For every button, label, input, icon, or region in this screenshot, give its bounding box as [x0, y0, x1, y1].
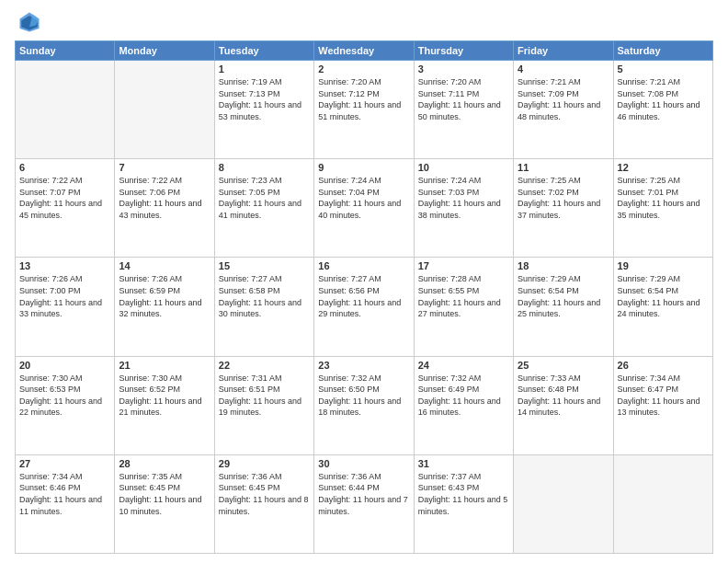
calendar-cell: 2Sunrise: 7:20 AMSunset: 7:12 PMDaylight…: [314, 61, 414, 159]
calendar-cell: 29Sunrise: 7:36 AMSunset: 6:45 PMDayligh…: [214, 454, 313, 553]
day-number: 1: [219, 63, 310, 75]
day-number: 7: [119, 162, 210, 173]
logo: [15, 9, 44, 35]
day-number: 28: [119, 458, 210, 469]
calendar-cell: 24Sunrise: 7:32 AMSunset: 6:49 PMDayligh…: [414, 356, 513, 454]
cell-info: Sunrise: 7:30 AMSunset: 6:52 PMDaylight:…: [119, 373, 210, 419]
calendar-cell: 8Sunrise: 7:23 AMSunset: 7:05 PMDaylight…: [214, 159, 313, 258]
calendar-cell: 4Sunrise: 7:21 AMSunset: 7:09 PMDaylight…: [514, 61, 613, 159]
cell-info: Sunrise: 7:33 AMSunset: 6:48 PMDaylight:…: [518, 373, 609, 419]
cell-info: Sunrise: 7:20 AMSunset: 7:11 PMDaylight:…: [418, 76, 509, 122]
calendar-cell: [613, 454, 712, 553]
calendar-cell: 15Sunrise: 7:27 AMSunset: 6:58 PMDayligh…: [214, 258, 313, 356]
day-number: 25: [518, 360, 609, 371]
day-number: 31: [418, 458, 509, 469]
calendar-cell: 11Sunrise: 7:25 AMSunset: 7:02 PMDayligh…: [514, 159, 613, 258]
cell-info: Sunrise: 7:22 AMSunset: 7:06 PMDaylight:…: [119, 175, 210, 221]
calendar-weekday-monday: Monday: [115, 41, 214, 61]
cell-info: Sunrise: 7:30 AMSunset: 6:53 PMDaylight:…: [19, 373, 110, 419]
cell-info: Sunrise: 7:28 AMSunset: 6:55 PMDaylight:…: [418, 273, 509, 319]
cell-info: Sunrise: 7:20 AMSunset: 7:12 PMDaylight:…: [318, 76, 409, 122]
calendar-cell: 20Sunrise: 7:30 AMSunset: 6:53 PMDayligh…: [16, 356, 115, 454]
calendar-cell: [115, 61, 214, 159]
calendar-weekday-sunday: Sunday: [16, 41, 115, 61]
calendar-weekday-saturday: Saturday: [613, 41, 712, 61]
calendar-cell: 6Sunrise: 7:22 AMSunset: 7:07 PMDaylight…: [16, 159, 115, 258]
day-number: 21: [119, 360, 210, 371]
calendar-weekday-tuesday: Tuesday: [214, 41, 313, 61]
cell-info: Sunrise: 7:32 AMSunset: 6:50 PMDaylight:…: [318, 373, 409, 419]
calendar-cell: 26Sunrise: 7:34 AMSunset: 6:47 PMDayligh…: [613, 356, 712, 454]
day-number: 19: [618, 260, 709, 271]
calendar-cell: [514, 454, 613, 553]
day-number: 29: [219, 458, 310, 469]
calendar-cell: 9Sunrise: 7:24 AMSunset: 7:04 PMDaylight…: [314, 159, 414, 258]
day-number: 10: [418, 162, 509, 173]
calendar-cell: 17Sunrise: 7:28 AMSunset: 6:55 PMDayligh…: [414, 258, 513, 356]
cell-info: Sunrise: 7:29 AMSunset: 6:54 PMDaylight:…: [618, 273, 709, 319]
cell-info: Sunrise: 7:37 AMSunset: 6:43 PMDaylight:…: [418, 471, 509, 517]
cell-info: Sunrise: 7:27 AMSunset: 6:56 PMDaylight:…: [318, 273, 409, 319]
day-number: 3: [418, 63, 509, 75]
calendar-cell: 27Sunrise: 7:34 AMSunset: 6:46 PMDayligh…: [16, 454, 115, 553]
day-number: 16: [318, 260, 409, 271]
cell-info: Sunrise: 7:26 AMSunset: 6:59 PMDaylight:…: [119, 273, 210, 319]
cell-info: Sunrise: 7:21 AMSunset: 7:09 PMDaylight:…: [518, 76, 609, 122]
calendar-weekday-thursday: Thursday: [414, 41, 513, 61]
calendar-cell: 21Sunrise: 7:30 AMSunset: 6:52 PMDayligh…: [115, 356, 214, 454]
day-number: 30: [318, 458, 409, 469]
day-number: 5: [618, 63, 709, 75]
calendar-cell: 31Sunrise: 7:37 AMSunset: 6:43 PMDayligh…: [414, 454, 513, 553]
cell-info: Sunrise: 7:23 AMSunset: 7:05 PMDaylight:…: [219, 175, 310, 221]
day-number: 12: [618, 162, 709, 173]
cell-info: Sunrise: 7:26 AMSunset: 7:00 PMDaylight:…: [19, 273, 110, 319]
day-number: 17: [418, 260, 509, 271]
calendar-cell: 28Sunrise: 7:35 AMSunset: 6:45 PMDayligh…: [115, 454, 214, 553]
calendar-cell: 23Sunrise: 7:32 AMSunset: 6:50 PMDayligh…: [314, 356, 414, 454]
cell-info: Sunrise: 7:31 AMSunset: 6:51 PMDaylight:…: [219, 373, 310, 419]
calendar-cell: 16Sunrise: 7:27 AMSunset: 6:56 PMDayligh…: [314, 258, 414, 356]
cell-info: Sunrise: 7:24 AMSunset: 7:04 PMDaylight:…: [318, 175, 409, 221]
day-number: 13: [19, 260, 110, 271]
calendar-cell: 18Sunrise: 7:29 AMSunset: 6:54 PMDayligh…: [514, 258, 613, 356]
page: SundayMondayTuesdayWednesdayThursdayFrid…: [0, 0, 728, 563]
header: [15, 9, 713, 35]
calendar-cell: 5Sunrise: 7:21 AMSunset: 7:08 PMDaylight…: [613, 61, 712, 159]
calendar-cell: 13Sunrise: 7:26 AMSunset: 7:00 PMDayligh…: [16, 258, 115, 356]
calendar-cell: 22Sunrise: 7:31 AMSunset: 6:51 PMDayligh…: [214, 356, 313, 454]
cell-info: Sunrise: 7:25 AMSunset: 7:02 PMDaylight:…: [518, 175, 609, 221]
calendar-weekday-wednesday: Wednesday: [314, 41, 414, 61]
day-number: 11: [518, 162, 609, 173]
calendar-cell: 7Sunrise: 7:22 AMSunset: 7:06 PMDaylight…: [115, 159, 214, 258]
calendar-cell: 3Sunrise: 7:20 AMSunset: 7:11 PMDaylight…: [414, 61, 513, 159]
calendar-cell: 12Sunrise: 7:25 AMSunset: 7:01 PMDayligh…: [613, 159, 712, 258]
calendar-table: SundayMondayTuesdayWednesdayThursdayFrid…: [15, 40, 713, 554]
day-number: 2: [318, 63, 409, 75]
cell-info: Sunrise: 7:32 AMSunset: 6:49 PMDaylight:…: [418, 373, 509, 419]
cell-info: Sunrise: 7:21 AMSunset: 7:08 PMDaylight:…: [618, 76, 709, 122]
calendar-cell: 25Sunrise: 7:33 AMSunset: 6:48 PMDayligh…: [514, 356, 613, 454]
day-number: 8: [219, 162, 310, 173]
calendar-cell: 1Sunrise: 7:19 AMSunset: 7:13 PMDaylight…: [214, 61, 313, 159]
cell-info: Sunrise: 7:36 AMSunset: 6:44 PMDaylight:…: [318, 471, 409, 517]
day-number: 20: [19, 360, 110, 371]
calendar-week-row: 20Sunrise: 7:30 AMSunset: 6:53 PMDayligh…: [16, 356, 713, 454]
day-number: 18: [518, 260, 609, 271]
cell-info: Sunrise: 7:34 AMSunset: 6:47 PMDaylight:…: [618, 373, 709, 419]
calendar-header-row: SundayMondayTuesdayWednesdayThursdayFrid…: [16, 41, 713, 61]
cell-info: Sunrise: 7:27 AMSunset: 6:58 PMDaylight:…: [219, 273, 310, 319]
day-number: 24: [418, 360, 509, 371]
day-number: 14: [119, 260, 210, 271]
calendar-weekday-friday: Friday: [514, 41, 613, 61]
calendar-cell: 10Sunrise: 7:24 AMSunset: 7:03 PMDayligh…: [414, 159, 513, 258]
calendar-week-row: 13Sunrise: 7:26 AMSunset: 7:00 PMDayligh…: [16, 258, 713, 356]
cell-info: Sunrise: 7:29 AMSunset: 6:54 PMDaylight:…: [518, 273, 609, 319]
cell-info: Sunrise: 7:35 AMSunset: 6:45 PMDaylight:…: [119, 471, 210, 517]
day-number: 23: [318, 360, 409, 371]
day-number: 22: [219, 360, 310, 371]
logo-icon: [17, 9, 42, 35]
day-number: 27: [19, 458, 110, 469]
cell-info: Sunrise: 7:34 AMSunset: 6:46 PMDaylight:…: [19, 471, 110, 517]
day-number: 26: [618, 360, 709, 371]
calendar-week-row: 27Sunrise: 7:34 AMSunset: 6:46 PMDayligh…: [16, 454, 713, 553]
